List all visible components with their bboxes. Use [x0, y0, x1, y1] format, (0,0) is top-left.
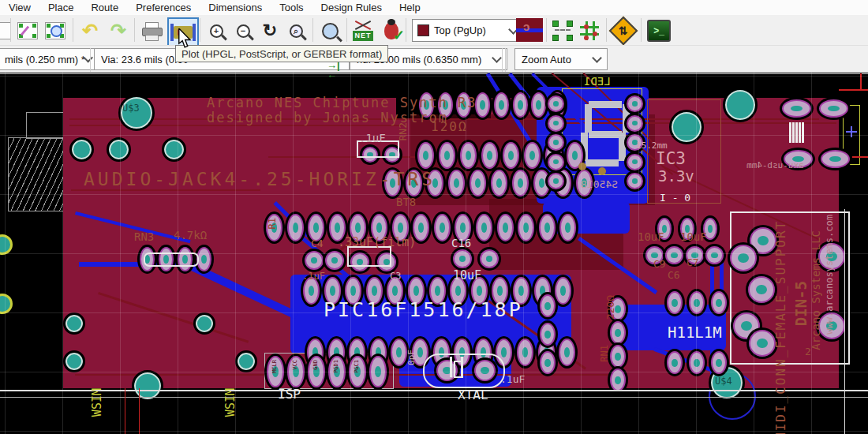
redo-icon[interactable]: ↷ [107, 19, 130, 43]
via-display-button[interactable]: ↄ [516, 18, 543, 42]
menu-preferences[interactable]: Preferences [127, 2, 200, 13]
silk-wsim-2: WSIM [223, 388, 238, 417]
usb-pin [792, 122, 795, 143]
pad [540, 294, 556, 317]
layer-selector[interactable]: Top (PgUp) [412, 19, 522, 42]
silk-0pf: 0pF [406, 350, 417, 365]
resistor-outline [144, 253, 199, 267]
silk-din5: DIN-5 [792, 281, 810, 326]
pad [711, 291, 727, 314]
pad [497, 214, 514, 241]
netlist-icon[interactable]: NET [351, 19, 375, 43]
menu-help[interactable]: Help [391, 2, 429, 13]
pad [665, 246, 683, 264]
silk-c9: C9 [653, 258, 666, 270]
led-dot [598, 167, 606, 175]
zoom-level-dropdown[interactable]: Zoom Auto [514, 48, 608, 70]
pad [548, 154, 564, 170]
pad [475, 92, 490, 118]
board-edge-line [0, 390, 868, 391]
zoom-fit-icon[interactable]: ⌕ [284, 19, 308, 43]
grid-line [0, 372, 868, 372]
usb-pin [799, 122, 801, 143]
silk-led1: LED1 [584, 75, 611, 88]
pad [782, 99, 811, 118]
xtal-pin [450, 357, 452, 377]
pad [559, 214, 576, 241]
pad [559, 339, 575, 366]
silk-io: I - 0 [660, 192, 690, 204]
mounting-hole [69, 137, 94, 162]
silk-cap-1uf: .1uF [359, 132, 386, 144]
pad [555, 277, 571, 305]
pad [711, 351, 727, 374]
silk-c3: C3 [390, 271, 401, 282]
crystal-symbol [454, 361, 463, 378]
board-edge-line [844, 209, 845, 434]
menu-design-rules[interactable]: Design Rules [312, 2, 391, 13]
pad [548, 115, 564, 132]
trace-red [71, 189, 260, 191]
silk-47k: 4.7kΩ [174, 229, 207, 241]
silk-7seg-part: S45018 [581, 178, 618, 190]
silk-isp: ISP [278, 387, 301, 402]
module-viewer-icon[interactable] [43, 19, 67, 43]
zoom-selection-icon[interactable] [318, 19, 342, 43]
isp-pin-vcc: VCC [292, 360, 298, 370]
scripting-console-icon[interactable]: >_ [647, 19, 671, 43]
silk-rn3: RN3 [134, 230, 154, 243]
undo-icon[interactable]: ↶ [78, 19, 102, 43]
pad [453, 249, 472, 268]
mounting-hole [193, 312, 215, 335]
pad [627, 115, 643, 132]
silk-c9-value: 10uF [638, 230, 664, 243]
menu-view[interactable]: View [0, 2, 39, 13]
usb-pin [795, 122, 798, 143]
redraw-icon[interactable]: ↻ [258, 19, 282, 43]
ratsnest-show-icon[interactable] [551, 19, 574, 43]
pad [705, 246, 724, 264]
pad [548, 95, 564, 112]
aux-toolbar: mils (0.250 mm) * Via: 23.6 mils (0.60 →… [0, 45, 868, 73]
drc-icon[interactable] [380, 19, 403, 43]
silk-pic-label: PIC16F1516/18P [324, 298, 523, 321]
track-width-dropdown[interactable]: mils (0.250 mm) * [0, 48, 99, 70]
isp-pin-mclr: MCLR [271, 360, 278, 373]
pad [518, 214, 534, 241]
ratsnest-module-icon[interactable] [578, 19, 601, 43]
menu-route[interactable]: Route [82, 2, 127, 13]
led-dot [578, 163, 586, 170]
silk-c16-value: 10uF [453, 268, 481, 282]
grid-line [0, 253, 868, 254]
silk-c16: C16 [451, 237, 471, 249]
pad [610, 321, 626, 344]
pad [667, 291, 683, 314]
silk-rn1: RN1 [599, 345, 610, 362]
mounting-hole [63, 350, 85, 372]
pad [480, 249, 499, 268]
pad [730, 245, 757, 271]
zoom-in-icon[interactable]: + [204, 19, 228, 43]
silk-c4: C4 [311, 238, 324, 249]
pad [689, 351, 705, 374]
menu-place[interactable]: Place [39, 2, 83, 13]
module-editor-icon[interactable] [16, 19, 39, 43]
print-icon[interactable] [140, 19, 163, 43]
menu-tools[interactable]: Tools [271, 2, 312, 13]
silk-wsim-1: WSIM [90, 388, 104, 417]
grid-line [0, 431, 868, 432]
pcb-canvas[interactable]: Arcano NES Chiptune Synth R3 designed by… [0, 73, 868, 434]
autoroute-icon[interactable]: ⇅ [612, 19, 635, 43]
trace-red [268, 156, 426, 158]
zoom-out-icon[interactable]: − [231, 19, 255, 43]
mounting-hole [107, 137, 131, 162]
silk-website: www.arcanosystems.com [824, 215, 835, 335]
mounting-hole [162, 137, 186, 162]
pad [460, 142, 477, 169]
mouse-cursor-icon [177, 28, 194, 49]
pcbnew-window: View Place Route Preferences Dimensions … [0, 0, 868, 434]
silk-xtal: XTAL [458, 387, 488, 402]
axis-line [125, 388, 125, 434]
menu-dimensions[interactable]: Dimensions [200, 2, 271, 13]
pad [470, 170, 486, 196]
